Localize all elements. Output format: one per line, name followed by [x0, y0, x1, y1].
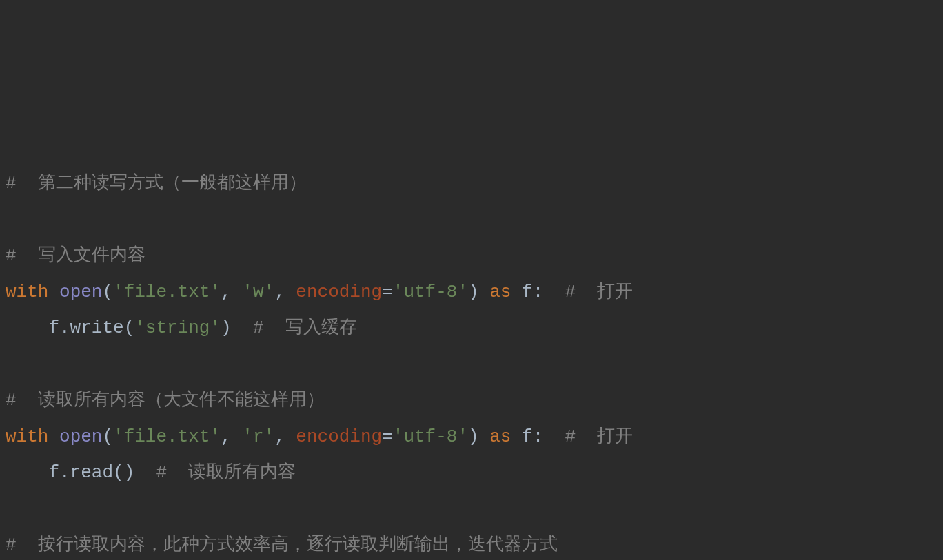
token-param: encoding [296, 426, 382, 447]
token-comment: # 第二种读写方式（一般都这样用） [6, 173, 307, 194]
token-param: encoding [296, 282, 382, 302]
code-line[interactable]: # 第二种读写方式（一般都这样用） [6, 165, 943, 202]
token-punct: , [274, 282, 296, 302]
token-string: 'file.txt' [113, 426, 221, 447]
code-line[interactable] [6, 346, 943, 383]
token-punct: , [221, 426, 242, 447]
code-line[interactable] [6, 491, 943, 528]
token-punct: ) [468, 426, 489, 447]
token-keyword: as [489, 282, 511, 302]
token-string: 'string' [134, 318, 221, 338]
code-line[interactable]: f.write('string') # 写入缓存 [6, 310, 943, 346]
code-line[interactable]: # 写入文件内容 [6, 238, 943, 274]
token-punct: = [382, 426, 393, 447]
token-comment: # 打开 [565, 426, 633, 447]
token-punct: = [382, 282, 393, 302]
token-string: 'file.txt' [113, 282, 221, 302]
token-punct: f: [511, 426, 565, 447]
code-line[interactable]: # 按行读取内容，此种方式效率高，逐行读取判断输出，迭代器方式 [6, 527, 943, 560]
code-line[interactable]: with open('file.txt', 'w', encoding='utf… [6, 274, 943, 311]
code-line[interactable]: f.read() # 读取所有内容 [6, 455, 943, 491]
token-keyword: with [6, 426, 48, 447]
token-punct: f.read() [6, 462, 156, 483]
token-punct [48, 426, 59, 447]
token-punct: ( [102, 426, 113, 447]
token-punct: ) [221, 318, 253, 338]
token-punct: f.write( [6, 318, 134, 338]
token-comment: # 打开 [565, 282, 633, 302]
token-builtin: open [59, 426, 102, 447]
token-string: 'utf-8' [393, 426, 468, 447]
token-keyword: as [489, 426, 511, 447]
token-punct: ) [468, 282, 489, 302]
token-punct: f: [511, 282, 565, 302]
token-comment: # 读取所有内容 [156, 462, 296, 483]
code-line[interactable]: with open('file.txt', 'r', encoding='utf… [6, 419, 943, 455]
indent-guide [45, 455, 45, 491]
token-punct [48, 282, 59, 302]
token-comment: # 读取所有内容（大文件不能这样用） [6, 390, 325, 411]
token-comment: # 写入文件内容 [6, 245, 145, 266]
code-line[interactable]: # 读取所有内容（大文件不能这样用） [6, 382, 943, 419]
indent-guide [45, 310, 45, 346]
token-punct: ( [102, 282, 113, 302]
token-keyword: with [6, 282, 48, 302]
token-punct: , [221, 282, 242, 302]
token-comment: # 写入缓存 [253, 318, 357, 338]
token-punct: , [274, 426, 296, 447]
token-builtin: open [59, 282, 102, 302]
token-string: 'r' [242, 426, 274, 447]
token-string: 'w' [242, 282, 274, 302]
code-line[interactable] [6, 202, 943, 238]
token-comment: # 按行读取内容，此种方式效率高，逐行读取判断输出，迭代器方式 [6, 535, 558, 555]
code-editor[interactable]: # 第二种读写方式（一般都这样用） # 写入文件内容with open('fil… [6, 165, 943, 560]
token-string: 'utf-8' [393, 282, 468, 302]
